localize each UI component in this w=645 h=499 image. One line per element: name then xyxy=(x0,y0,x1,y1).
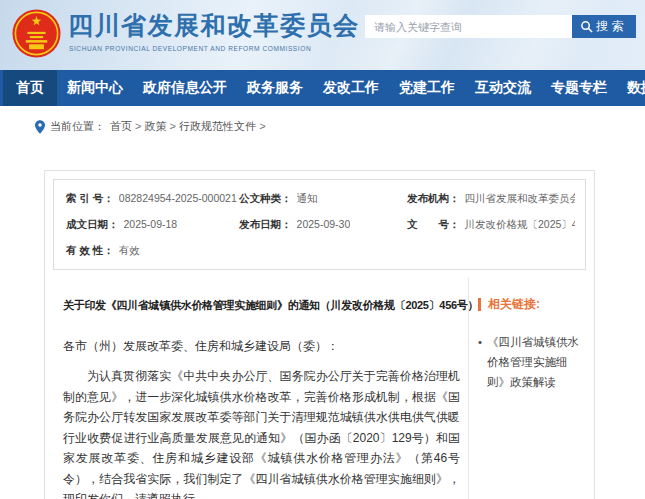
article: 关于印发《四川省城镇供水价格管理实施细则》的通知（川发改价格规〔2025〕456… xyxy=(53,278,468,499)
search-bar: 搜索 xyxy=(365,15,636,38)
meta-value: 2025-09-30 xyxy=(297,217,351,231)
site-title: 四川省发展和改革委员会 xyxy=(68,9,360,42)
nav-item-label: 政务服务 xyxy=(247,79,303,97)
related-links-sidebar: 相关链接: 《四川省城镇供水价格管理实施细则》政策解读 xyxy=(468,278,586,499)
meta-label: 公文种类： xyxy=(239,191,292,205)
national-emblem-logo xyxy=(10,7,63,60)
meta-value: 川发改价格规〔2025〕456号 xyxy=(465,217,575,231)
nav-item[interactable]: 新闻中心 xyxy=(57,70,133,106)
meta-field: 发布机构： 四川省发展和改革委员会 四川省... xyxy=(407,191,575,205)
nav-item-label: 政府信息公开 xyxy=(143,79,227,97)
meta-field: 公文种类： 通知 xyxy=(239,191,407,205)
breadcrumb: 当前位置： 首页 政策 行政规范性文件 xyxy=(35,119,645,134)
search-icon xyxy=(580,20,593,33)
breadcrumb-trail: 首页 政策 行政规范性文件 xyxy=(110,119,269,134)
breadcrumb-link[interactable]: 政策 xyxy=(145,119,180,134)
nav-item[interactable]: 政府信息公开 xyxy=(133,70,237,106)
nav-item[interactable]: 首页 xyxy=(3,70,57,106)
nav-item-label: 发改工作 xyxy=(323,79,379,97)
document-body-row: 关于印发《四川省城镇供水价格管理实施细则》的通知（川发改价格规〔2025〕456… xyxy=(53,278,586,499)
meta-column-1: 索 引 号： 082824954-2025-000021 成文日期： 2025-… xyxy=(66,191,239,269)
nav-item[interactable]: 互动交流 xyxy=(465,70,541,106)
related-link-label: 《四川省城镇供水价格管理实施细则》政策解读 xyxy=(487,332,584,392)
site-header: 四川省发展和改革委员会 SICHUAN PROVINCIAL DEVELOPME… xyxy=(0,0,645,70)
related-link[interactable]: 《四川省城镇供水价格管理实施细则》政策解读 xyxy=(478,332,584,392)
document-meta-table: 索 引 号： 082824954-2025-000021 成文日期： 2025-… xyxy=(53,179,586,270)
breadcrumb-link[interactable]: 首页 xyxy=(110,119,145,134)
document-card: 索 引 号： 082824954-2025-000021 成文日期： 2025-… xyxy=(44,170,595,499)
meta-label: 有 效 性： xyxy=(66,243,114,257)
article-paragraph: 为认真贯彻落实《中共中央办公厅、国务院办公厅关于完善价格治理机制的意见》，进一步… xyxy=(63,366,460,499)
meta-field: 成文日期： 2025-09-18 xyxy=(66,217,239,231)
nav-item[interactable]: 数据发布 xyxy=(617,70,645,106)
nav-item-label: 首页 xyxy=(16,79,44,97)
meta-value: 2025-09-18 xyxy=(124,217,178,231)
meta-label: 发布机构： xyxy=(407,191,460,205)
meta-value: 四川省发展和改革委员会 四川省... xyxy=(465,191,575,205)
nav-item-label: 党建工作 xyxy=(399,79,455,97)
meta-label: 文 号： xyxy=(407,217,460,231)
nav-item[interactable]: 专题专栏 xyxy=(541,70,617,106)
meta-label: 发布日期： xyxy=(239,217,292,231)
article-salutation: 各市（州）发展改革委、住房和城乡建设局（委）： xyxy=(63,338,460,355)
nav-item-label: 新闻中心 xyxy=(67,79,123,97)
article-title: 关于印发《四川省城镇供水价格管理实施细则》的通知（川发改价格规〔2025〕456… xyxy=(63,298,460,313)
nav-item[interactable]: 发改工作 xyxy=(313,70,389,106)
nav-item-label: 专题专栏 xyxy=(551,79,607,97)
nav-item[interactable]: 政务服务 xyxy=(237,70,313,106)
meta-label: 索 引 号： xyxy=(66,191,114,205)
nav-item[interactable]: 党建工作 xyxy=(389,70,465,106)
meta-column-2: 公文种类： 通知 发布日期： 2025-09-30 xyxy=(239,191,407,269)
related-links-list: 《四川省城镇供水价格管理实施细则》政策解读 xyxy=(478,332,584,392)
breadcrumb-link[interactable]: 行政规范性文件 xyxy=(179,119,269,134)
nav-item-label: 互动交流 xyxy=(475,79,531,97)
meta-field: 发布日期： 2025-09-30 xyxy=(239,217,407,231)
location-pin-icon xyxy=(35,120,45,134)
meta-field: 索 引 号： 082824954-2025-000021 xyxy=(66,191,239,205)
breadcrumb-prefix: 当前位置： xyxy=(50,119,105,134)
nav-item-label: 数据发布 xyxy=(627,79,645,97)
search-button[interactable]: 搜索 xyxy=(572,15,636,38)
meta-column-3: 发布机构： 四川省发展和改革委员会 四川省... 文 号： 川发改价格规〔202… xyxy=(407,191,575,269)
meta-field: 有 效 性： 有效 xyxy=(66,243,239,257)
related-links-title: 相关链接: xyxy=(478,298,584,311)
meta-value: 082824954-2025-000021 xyxy=(119,191,237,205)
meta-label: 成文日期： xyxy=(66,217,119,231)
meta-field: 文 号： 川发改价格规〔2025〕456号 xyxy=(407,217,575,231)
meta-value: 通知 xyxy=(297,191,318,205)
search-input[interactable] xyxy=(365,15,572,38)
search-button-label: 搜索 xyxy=(596,18,628,35)
main-nav: 首页 新闻中心 政府信息公开 政务服务 发改工作 党建工作 互动交流 专题专栏 … xyxy=(0,70,645,106)
meta-value: 有效 xyxy=(119,243,140,257)
site-title-english: SICHUAN PROVINCIAL DEVELOPMENT AND REFOR… xyxy=(69,45,311,52)
